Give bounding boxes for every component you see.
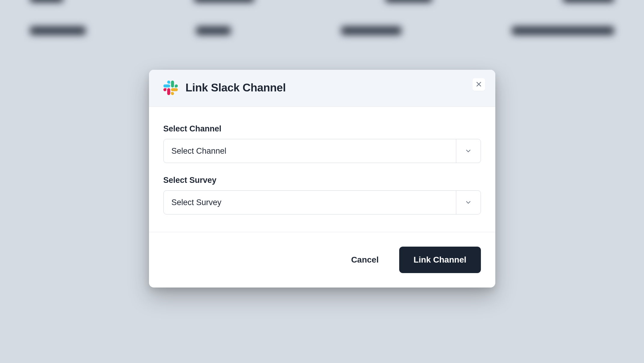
slack-icon <box>163 81 178 95</box>
cancel-button[interactable]: Cancel <box>345 248 385 272</box>
survey-field-group: Select Survey Select Survey <box>163 176 481 214</box>
survey-select-value: Select Survey <box>164 198 456 207</box>
channel-select[interactable]: Select Channel <box>163 139 481 163</box>
channel-field-group: Select Channel Select Channel <box>163 124 481 163</box>
survey-select[interactable]: Select Survey <box>163 190 481 214</box>
survey-label: Select Survey <box>163 176 481 185</box>
close-button[interactable] <box>472 78 485 91</box>
close-icon <box>475 81 482 88</box>
channel-label: Select Channel <box>163 124 481 134</box>
modal-overlay: Link Slack Channel Select Channel Select… <box>0 0 644 363</box>
modal-footer: Cancel Link Channel <box>149 232 495 288</box>
chevron-down-icon <box>456 139 481 163</box>
link-channel-button[interactable]: Link Channel <box>399 247 481 273</box>
link-slack-channel-modal: Link Slack Channel Select Channel Select… <box>149 70 495 288</box>
modal-title: Link Slack Channel <box>186 82 286 94</box>
modal-body: Select Channel Select Channel Select Sur… <box>149 107 495 232</box>
channel-select-value: Select Channel <box>164 146 456 156</box>
chevron-down-icon <box>456 191 481 214</box>
modal-header: Link Slack Channel <box>149 70 495 107</box>
